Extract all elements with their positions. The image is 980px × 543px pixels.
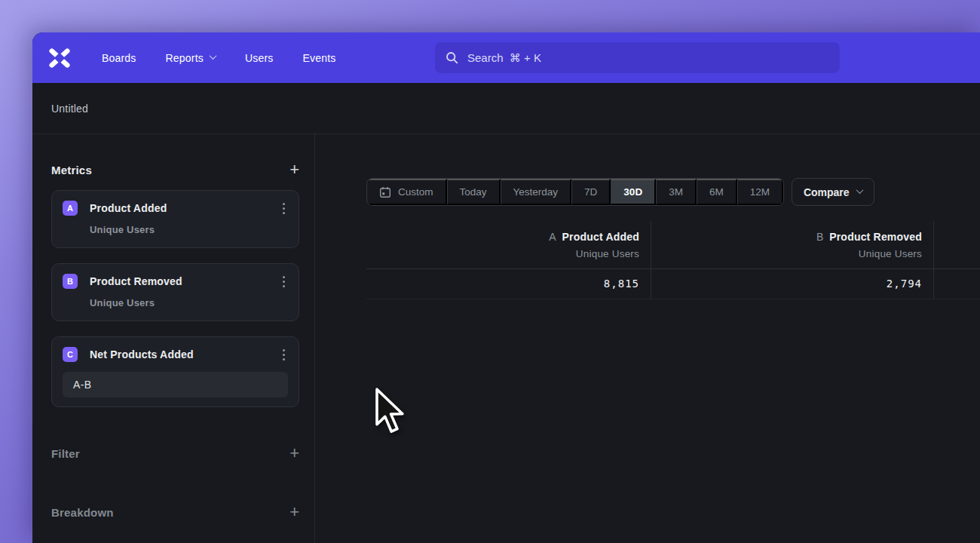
calendar-icon (379, 186, 391, 198)
compare-label: Compare (804, 186, 850, 198)
add-breakdown-button[interactable]: + (289, 505, 299, 519)
results-table: A Product Added Unique Users B Product R… (366, 221, 980, 299)
column-badge: A (549, 231, 556, 243)
nav-item-events[interactable]: Events (303, 52, 336, 64)
search-input[interactable] (467, 51, 829, 64)
value-product-added[interactable]: 8,815 (366, 269, 651, 299)
range-yesterday-button[interactable]: Yesterday (501, 179, 572, 205)
app-window: Boards Reports Users Events Untitled (32, 32, 980, 543)
metric-title: Net Products Added (90, 348, 194, 360)
search-bar[interactable] (435, 42, 840, 73)
filter-label: Filter (51, 447, 80, 460)
results-value-row: 8,815 2,794 (366, 269, 980, 299)
metric-card-b[interactable]: B Product Removed Unique Users (51, 263, 299, 321)
nav-item-users[interactable]: Users (245, 52, 274, 64)
metric-badge-a: A (63, 201, 78, 216)
main-content: Custom Today Yesterday 7D 30D 3M 6M 12M … (315, 134, 980, 543)
kebab-menu-icon[interactable] (280, 273, 288, 290)
column-badge: B (816, 231, 823, 243)
value-product-removed[interactable]: 2,794 (651, 269, 934, 299)
column-header-product-removed[interactable]: B Product Removed Unique Users (651, 221, 934, 268)
range-6m-button[interactable]: 6M (697, 179, 737, 205)
metrics-label: Metrics (51, 164, 92, 176)
breakdown-section: Breakdown + (51, 505, 299, 519)
range-custom-label: Custom (398, 186, 433, 198)
kebab-menu-icon[interactable] (280, 200, 288, 216)
column-header-product-added[interactable]: A Product Added Unique Users (366, 221, 651, 268)
kebab-menu-icon[interactable] (280, 346, 288, 363)
range-7d-button[interactable]: 7D (571, 179, 611, 205)
metric-measurement[interactable]: Unique Users (90, 224, 288, 235)
column-subtitle: Unique Users (378, 248, 639, 259)
filter-section: Filter + (51, 446, 299, 460)
mixpanel-logo-icon[interactable] (48, 48, 71, 69)
column-title: Product Removed (829, 231, 922, 243)
value-empty (934, 269, 980, 299)
compare-button[interactable]: Compare (792, 178, 874, 206)
mouse-cursor (375, 388, 406, 437)
metric-card-a[interactable]: A Product Added Unique Users (51, 190, 299, 248)
chevron-down-icon (210, 52, 217, 60)
range-3m-button[interactable]: 3M (656, 179, 697, 205)
date-range-segmented-control: Custom Today Yesterday 7D 30D 3M 6M 12M (366, 178, 784, 206)
metric-card-c[interactable]: C Net Products Added A-B (51, 336, 299, 407)
search-icon (446, 51, 458, 64)
query-sidebar: Metrics + A Product Added Unique Users B (32, 134, 315, 543)
nav-item-boards[interactable]: Boards (102, 52, 136, 64)
nav-item-reports-label: Reports (166, 52, 204, 64)
metric-title: Product Removed (90, 275, 182, 287)
column-header-empty (934, 221, 980, 268)
range-today-button[interactable]: Today (447, 179, 501, 205)
add-metric-button[interactable]: + (289, 163, 299, 176)
date-range-toolbar: Custom Today Yesterday 7D 30D 3M 6M 12M … (366, 178, 980, 206)
formula-input[interactable]: A-B (63, 372, 288, 397)
desktop-background: Boards Reports Users Events Untitled (0, 0, 980, 543)
nav-item-reports[interactable]: Reports (166, 52, 216, 64)
report-title[interactable]: Untitled (51, 103, 88, 115)
range-30d-button[interactable]: 30D (611, 179, 656, 205)
column-subtitle: Unique Users (663, 248, 922, 259)
range-custom-button[interactable]: Custom (367, 179, 447, 205)
top-nav: Boards Reports Users Events (32, 32, 980, 83)
metric-measurement[interactable]: Unique Users (90, 297, 288, 308)
metric-badge-b: B (63, 274, 78, 289)
chevron-down-icon (856, 186, 863, 194)
range-12m-button[interactable]: 12M (737, 179, 783, 205)
metric-badge-c: C (63, 347, 78, 362)
column-title: Product Added (562, 231, 639, 243)
results-header-row: A Product Added Unique Users B Product R… (366, 221, 980, 269)
breakdown-label: Breakdown (51, 506, 114, 519)
report-header: Untitled (32, 83, 980, 134)
add-filter-button[interactable]: + (289, 446, 299, 460)
metrics-header: Metrics + (51, 163, 299, 176)
metric-title: Product Added (90, 202, 167, 214)
